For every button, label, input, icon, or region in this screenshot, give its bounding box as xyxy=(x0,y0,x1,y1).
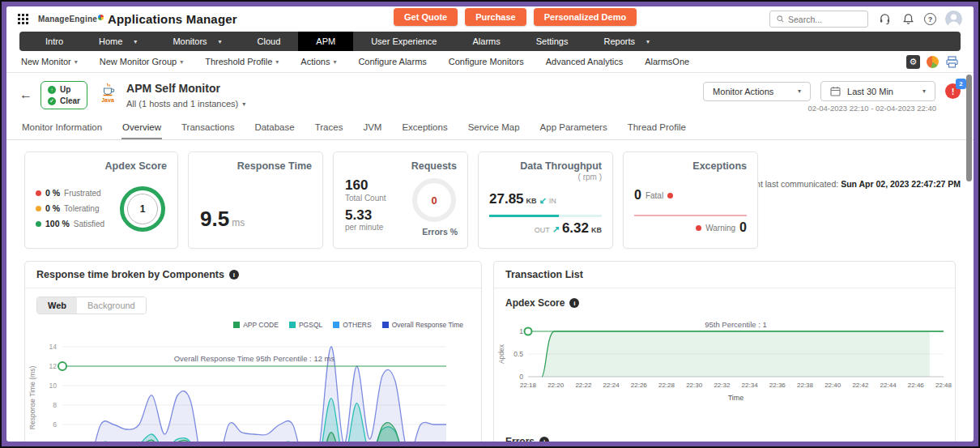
subnav-item-label: Configure Monitors xyxy=(449,57,524,66)
svg-text:95th Percentile : 1: 95th Percentile : 1 xyxy=(705,320,767,329)
svg-text:1: 1 xyxy=(519,327,523,335)
legend-label: Overall Response Time xyxy=(392,321,463,329)
info-icon[interactable]: i xyxy=(229,270,239,279)
sub-nav-icons: ⚙ xyxy=(906,55,959,69)
tab-monitor-information[interactable]: Monitor Information xyxy=(21,117,103,139)
svg-text:22:46: 22:46 xyxy=(908,382,925,389)
search-input[interactable] xyxy=(788,15,861,24)
svg-text:0: 0 xyxy=(519,373,523,381)
svg-text:22:36: 22:36 xyxy=(769,382,786,389)
availability-status: ↑ Up xyxy=(48,85,80,94)
arrow-in-icon: ↙ xyxy=(539,195,547,206)
nav-item-monitors[interactable]: Monitors▾ xyxy=(155,32,239,51)
apdex-section-heading: Apdex Score i xyxy=(494,288,955,309)
nav-item-home[interactable]: Home▾ xyxy=(81,32,155,51)
search-icon xyxy=(777,15,784,23)
monitor-actions-dropdown[interactable]: Monitor Actions▾ xyxy=(703,82,811,101)
subnav-item-alarmsone[interactable]: AlarmsOne xyxy=(645,57,689,66)
svg-text:10: 10 xyxy=(49,382,58,390)
user-avatar[interactable] xyxy=(945,11,962,28)
subnav-item-advanced-analytics[interactable]: Advanced Analytics xyxy=(546,57,623,66)
exceptions-card: Exceptions 0Fatal Warning0 xyxy=(623,151,758,249)
svg-text:22:32: 22:32 xyxy=(714,382,731,389)
tab-jvm[interactable]: JVM xyxy=(362,117,382,139)
nav-item-intro[interactable]: Intro xyxy=(28,32,81,51)
tab-thread-profile[interactable]: Thread Profile xyxy=(627,117,687,139)
throughput-in: 27.85KB ↙ IN xyxy=(489,191,556,207)
nav-item-settings[interactable]: Settings xyxy=(518,32,586,51)
app-grid-icon[interactable] xyxy=(18,14,28,24)
throughput-bar xyxy=(489,215,602,217)
main-nav: IntroHome▾Monitors▾CloudAPMUser Experien… xyxy=(19,32,961,51)
tab-app-parameters[interactable]: App Parameters xyxy=(539,117,608,139)
errors-ring: 0 xyxy=(412,178,456,222)
reports-pie-icon[interactable] xyxy=(927,56,939,68)
settings-gear-icon[interactable]: ⚙ xyxy=(906,55,920,69)
cta-purchase[interactable]: Purchase xyxy=(465,8,526,26)
chevron-down-icon: ▾ xyxy=(646,38,650,45)
subnav-item-threshold-profile[interactable]: Threshold Profile▾ xyxy=(205,57,279,66)
cta-get-quote[interactable]: Get Quote xyxy=(394,8,458,26)
nav-item-user-experience[interactable]: User Experience xyxy=(353,32,454,51)
back-arrow-button[interactable]: ← xyxy=(19,87,32,102)
subnav-item-configure-alarms[interactable]: Configure Alarms xyxy=(358,57,426,66)
nav-item-label: Alarms xyxy=(473,36,501,46)
nav-item-label: Monitors xyxy=(173,36,207,46)
svg-text:22:28: 22:28 xyxy=(658,382,675,389)
nav-item-apm[interactable]: APM xyxy=(298,32,353,51)
info-icon[interactable]: i xyxy=(539,437,549,442)
toggle-web[interactable]: Web xyxy=(37,297,77,314)
time-range-dropdown[interactable]: Last 30 Min▾ xyxy=(820,81,935,101)
subnav-item-label: Configure Alarms xyxy=(358,57,426,66)
toggle-background[interactable]: Background xyxy=(77,297,146,314)
help-icon[interactable]: ? xyxy=(924,13,936,25)
calendar-icon xyxy=(830,86,841,96)
cta-personalized-demo[interactable]: Personalized Demo xyxy=(534,8,637,26)
metric-cards: Apdex Score 0 %Frustrated0 %Tolerating10… xyxy=(24,151,961,249)
chevron-down-icon: ▾ xyxy=(134,38,137,45)
svg-text:Overall Response Time 95th Per: Overall Response Time 95th Percentile : … xyxy=(174,354,335,363)
nav-item-cloud[interactable]: Cloud xyxy=(240,32,299,51)
subnav-item-actions[interactable]: Actions▾ xyxy=(300,57,336,66)
nav-item-alarms[interactable]: Alarms xyxy=(455,32,518,51)
search-box[interactable] xyxy=(769,11,868,28)
tab-transactions[interactable]: Transactions xyxy=(181,117,235,139)
instance-selector[interactable]: All (1 hosts and 1 instances)▾ xyxy=(126,99,245,109)
monitor-tabs: Monitor InformationOverviewTransactionsD… xyxy=(6,117,974,140)
panel-title: Response time broken by Components i xyxy=(25,262,481,288)
clear-status-icon: ✓ xyxy=(48,97,56,105)
agent-last-communicated: Agent last communicated: Sun Apr 02, 202… xyxy=(740,179,961,189)
up-status-icon: ↑ xyxy=(48,86,56,94)
page-scrollbar[interactable] xyxy=(966,75,972,181)
subnav-item-label: New Monitor xyxy=(21,57,71,66)
subnav-item-configure-monitors[interactable]: Configure Monitors xyxy=(449,57,524,66)
info-icon[interactable]: i xyxy=(569,298,579,308)
legend-label: OTHERS xyxy=(343,321,371,329)
subnav-item-new-monitor[interactable]: New Monitor▾ xyxy=(21,57,78,66)
tab-exceptions[interactable]: Exceptions xyxy=(401,117,448,139)
print-icon[interactable] xyxy=(945,56,959,68)
response-components-panel: Response time broken by Components i Web… xyxy=(24,261,482,442)
tab-traces[interactable]: Traces xyxy=(314,117,344,139)
subnav-item-new-monitor-group[interactable]: New Monitor Group▾ xyxy=(100,57,183,66)
tab-database[interactable]: Database xyxy=(254,117,295,139)
requests-rate-label: per minute xyxy=(345,223,386,232)
tab-service-map[interactable]: Service Map xyxy=(467,117,521,139)
arrow-out-icon: ↗ xyxy=(552,224,560,235)
support-headset-icon[interactable] xyxy=(877,12,892,27)
chevron-down-icon: ▾ xyxy=(333,58,336,66)
requests-totals: 160 Total Count 5.33 per minute xyxy=(345,178,386,237)
tab-overview[interactable]: Overview xyxy=(121,117,162,139)
svg-text:22:48: 22:48 xyxy=(935,382,952,389)
alert-count-badge: 2 xyxy=(956,79,966,89)
alert-indicator[interactable]: ! 2 xyxy=(945,83,961,99)
subnav-item-label: AlarmsOne xyxy=(645,57,689,66)
svg-text:22:30: 22:30 xyxy=(686,382,703,389)
errors-label: Errors % xyxy=(422,227,458,237)
svg-text:14: 14 xyxy=(49,343,58,351)
svg-text:0.5: 0.5 xyxy=(513,350,523,358)
nav-item-reports[interactable]: Reports▾ xyxy=(586,32,667,51)
fatal-dot-icon xyxy=(667,193,673,198)
notifications-bell-icon[interactable] xyxy=(901,12,915,27)
throughput-out: OUT ↗ 6.32KB xyxy=(535,220,602,237)
